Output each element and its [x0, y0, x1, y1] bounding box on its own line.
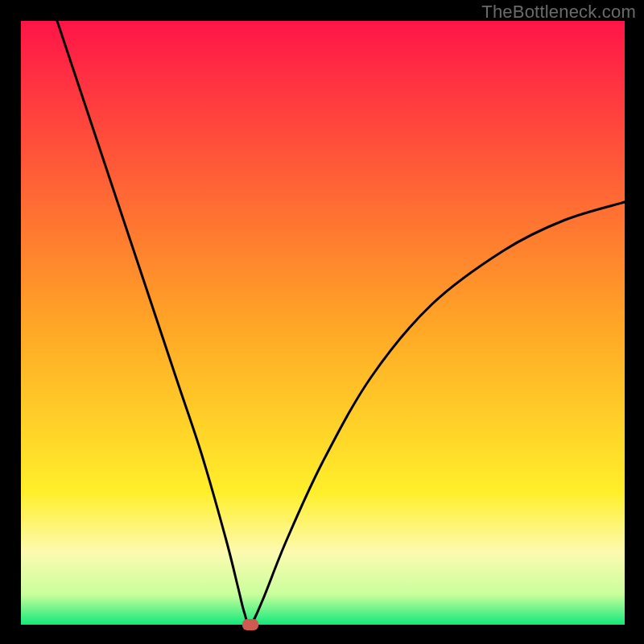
optimum-marker — [242, 619, 258, 630]
watermark-label: TheBottleneck.com — [481, 2, 636, 23]
chart-container: TheBottleneck.com — [0, 0, 644, 644]
plot-background — [21, 21, 625, 625]
bottleneck-chart — [0, 0, 644, 644]
